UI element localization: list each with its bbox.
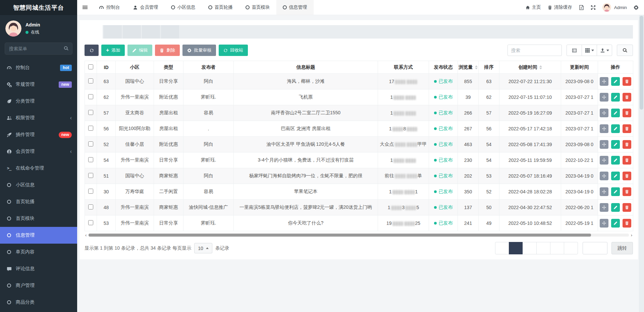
- sidebar-item-dashboard[interactable]: 控制台 hot: [0, 59, 77, 76]
- sidebar-item-plugin-management[interactable]: 插件管理 new: [0, 126, 77, 143]
- row-edit-button[interactable]: [611, 172, 620, 180]
- row-delete-button[interactable]: [623, 172, 631, 180]
- sidebar-item-product-category[interactable]: 商品分类: [0, 294, 77, 311]
- columns-button[interactable]: [582, 45, 597, 56]
- sidebar-item-category-management[interactable]: 分类管理: [0, 93, 77, 110]
- vscroll-thumb[interactable]: [640, 16, 643, 110]
- select-all-checkbox[interactable]: [88, 64, 93, 69]
- move-button[interactable]: [600, 140, 608, 149]
- page-button[interactable]: [550, 242, 564, 254]
- status-tab[interactable]: [161, 25, 179, 39]
- detail-view-button[interactable]: [567, 45, 582, 56]
- move-button[interactable]: [600, 187, 608, 196]
- refresh-button[interactable]: [85, 45, 99, 56]
- move-button[interactable]: [600, 77, 608, 86]
- sidebar-item-single-page-content[interactable]: 单页内容: [0, 244, 77, 260]
- sidebar-item-comment-info[interactable]: 评论信息: [0, 260, 77, 277]
- row-delete-button[interactable]: [623, 219, 631, 228]
- sidebar-item-community-info[interactable]: 小区信息: [0, 177, 77, 193]
- move-button[interactable]: [600, 124, 608, 133]
- page-size-select[interactable]: 10: [194, 243, 212, 253]
- scroll-left-icon[interactable]: ‹: [85, 233, 87, 237]
- row-edit-button[interactable]: [611, 93, 620, 102]
- delete-button[interactable]: 删除: [155, 45, 180, 56]
- col-views[interactable]: 浏览量: [458, 61, 479, 74]
- jump-page-input[interactable]: [583, 242, 607, 254]
- row-checkbox[interactable]: [88, 78, 93, 83]
- row-checkbox[interactable]: [88, 141, 93, 146]
- row-checkbox[interactable]: [88, 94, 93, 99]
- settings-button[interactable]: [634, 5, 639, 10]
- export-button[interactable]: [597, 45, 612, 56]
- sidebar-toggle-button[interactable]: [77, 0, 93, 15]
- sidebar-item-home-carousel[interactable]: 首页轮播: [0, 193, 77, 210]
- sidebar-item-info-management[interactable]: 信息管理: [0, 227, 77, 244]
- topnav-item-dashboard[interactable]: 控制台: [93, 0, 126, 15]
- move-button[interactable]: [600, 156, 608, 165]
- move-button[interactable]: [600, 93, 608, 102]
- jump-button[interactable]: 跳转: [611, 242, 633, 254]
- page-button[interactable]: [536, 242, 550, 254]
- page-button[interactable]: [564, 242, 578, 254]
- topnav-item-home-carousel[interactable]: 首页轮播: [202, 0, 239, 15]
- row-edit-button[interactable]: [611, 140, 620, 149]
- topnav-item-home-modules[interactable]: 首页模块: [239, 0, 276, 15]
- row-edit-button[interactable]: [611, 203, 620, 212]
- scroll-right-icon[interactable]: ›: [630, 233, 633, 237]
- topnav-item-members[interactable]: 会员管理: [126, 0, 165, 15]
- vertical-scrollbar[interactable]: [639, 15, 644, 312]
- move-button[interactable]: [600, 109, 608, 117]
- row-delete-button[interactable]: [623, 203, 631, 212]
- search-submit-button[interactable]: [617, 45, 633, 56]
- hscroll-track[interactable]: [89, 234, 629, 237]
- add-button[interactable]: + 添加: [101, 45, 125, 56]
- move-button[interactable]: [600, 203, 608, 212]
- user-menu[interactable]: Admin: [602, 3, 627, 12]
- table-search-input[interactable]: [507, 45, 562, 56]
- row-delete-button[interactable]: [623, 140, 631, 149]
- status-tab[interactable]: [85, 25, 103, 39]
- row-delete-button[interactable]: [623, 156, 631, 165]
- row-checkbox[interactable]: [88, 189, 93, 194]
- row-edit-button[interactable]: [611, 156, 620, 165]
- row-delete-button[interactable]: [623, 109, 631, 117]
- sidebar-item-home-modules[interactable]: 首页模块: [0, 210, 77, 227]
- batch-audit-button[interactable]: 批量审核: [182, 45, 216, 56]
- topnav-item-community-info[interactable]: 小区信息: [165, 0, 202, 15]
- sidebar-item-merchant-management[interactable]: 商户管理: [0, 277, 77, 294]
- row-delete-button[interactable]: [623, 93, 631, 102]
- sidebar-item-general-management[interactable]: 常规管理 new: [0, 76, 77, 93]
- row-delete-button[interactable]: [623, 77, 631, 86]
- row-edit-button[interactable]: [611, 187, 620, 196]
- sidebar-item-permission-management[interactable]: 权限管理 ‹: [0, 110, 77, 126]
- row-edit-button[interactable]: [611, 124, 620, 133]
- sidebar-item-member-management[interactable]: 会员管理 ‹: [0, 143, 77, 160]
- row-checkbox[interactable]: [88, 220, 93, 225]
- move-button[interactable]: [600, 219, 608, 228]
- clear-cache-link[interactable]: 清除缓存: [548, 4, 572, 10]
- row-delete-button[interactable]: [623, 187, 631, 196]
- page-button[interactable]: [495, 242, 509, 254]
- move-button[interactable]: [600, 172, 608, 180]
- row-delete-button[interactable]: [623, 124, 631, 133]
- language-button[interactable]: 文: [579, 5, 584, 10]
- status-tab[interactable]: [142, 25, 160, 39]
- status-tab[interactable]: [104, 25, 122, 39]
- menu-search-input[interactable]: [5, 43, 72, 55]
- row-edit-button[interactable]: [611, 77, 620, 86]
- row-checkbox[interactable]: [88, 157, 93, 162]
- row-edit-button[interactable]: [611, 219, 620, 228]
- fullscreen-button[interactable]: [591, 5, 596, 10]
- home-link[interactable]: 主页: [526, 4, 541, 10]
- row-checkbox[interactable]: [88, 173, 93, 178]
- col-created[interactable]: 创建时间: [499, 61, 561, 74]
- recycle-bin-button[interactable]: 回收站: [219, 45, 248, 56]
- edit-button[interactable]: 编辑: [127, 45, 152, 56]
- row-checkbox[interactable]: [88, 110, 93, 115]
- row-checkbox[interactable]: [88, 126, 93, 131]
- page-button[interactable]: [523, 242, 537, 254]
- page-button[interactable]: [509, 242, 523, 254]
- hscroll-thumb[interactable]: [89, 234, 591, 237]
- sidebar-item-online-command[interactable]: >_ 在线命令管理: [0, 160, 77, 177]
- status-tab[interactable]: [123, 25, 141, 39]
